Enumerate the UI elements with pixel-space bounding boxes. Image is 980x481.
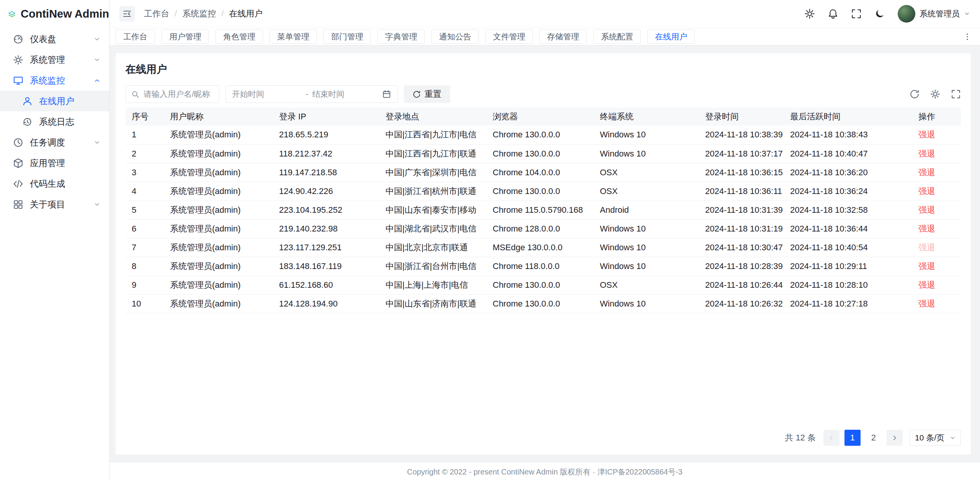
search-input[interactable] bbox=[144, 90, 214, 99]
force-logout-link[interactable]: 强退 bbox=[918, 149, 935, 158]
sidebar-item-app-management[interactable]: 应用管理 bbox=[0, 153, 109, 173]
tab-item[interactable]: 字典管理 bbox=[377, 29, 425, 44]
table-cell: 强退 bbox=[912, 163, 961, 182]
tab-item[interactable]: 在线用户 bbox=[647, 29, 695, 44]
reset-button-label: 重置 bbox=[425, 88, 441, 100]
chevron-right-icon bbox=[891, 435, 898, 441]
user-menu[interactable]: 系统管理员 bbox=[898, 5, 970, 23]
force-logout-link: 强退 bbox=[918, 243, 935, 252]
refresh-icon bbox=[413, 90, 421, 98]
table-cell: 系统管理员(admin) bbox=[164, 276, 273, 294]
sidebar-item-system-management[interactable]: 系统管理 bbox=[0, 49, 109, 70]
sidebar-item-system-log[interactable]: 系统日志 bbox=[0, 111, 109, 132]
table-cell: Chrome 104.0.0.0 bbox=[487, 163, 594, 182]
tab-item[interactable]: 系统配置 bbox=[593, 29, 641, 44]
force-logout-link[interactable]: 强退 bbox=[918, 280, 935, 290]
search-box bbox=[126, 85, 219, 103]
sidebar-item-code-generation[interactable]: 代码生成 bbox=[0, 173, 109, 194]
tab-item[interactable]: 菜单管理 bbox=[270, 29, 317, 44]
table-cell: 2024-11-18 10:36:15 bbox=[699, 163, 784, 182]
table-cell: Android bbox=[594, 201, 699, 219]
tab-item[interactable]: 通知公告 bbox=[431, 29, 479, 44]
settings-icon[interactable] bbox=[804, 8, 815, 19]
tab-item[interactable]: 文件管理 bbox=[485, 29, 533, 44]
user-name: 系统管理员 bbox=[920, 8, 960, 19]
force-logout-link[interactable]: 强退 bbox=[918, 186, 935, 196]
app-logo[interactable]: ContiNew Admin bbox=[0, 0, 109, 28]
tab-more-button[interactable] bbox=[961, 30, 974, 43]
sidebar-item-about-project[interactable]: 关于项目 bbox=[0, 194, 109, 215]
sidebar-item-online-user[interactable]: 在线用户 bbox=[0, 91, 109, 111]
force-logout-link[interactable]: 强退 bbox=[918, 130, 935, 139]
chevron-down-icon bbox=[93, 36, 101, 43]
menu-collapse-icon bbox=[122, 9, 132, 18]
tab-item[interactable]: 部门管理 bbox=[323, 29, 371, 44]
sidebar-item-dashboard[interactable]: 仪表盘 bbox=[0, 29, 109, 49]
table-row: 10系统管理员(admin)124.128.194.90中国|山东省|济南市|联… bbox=[126, 294, 961, 313]
table-cell: 2024-11-18 10:26:32 bbox=[699, 294, 784, 313]
page-number-button[interactable]: 1 bbox=[844, 430, 861, 446]
table-cell: 2024-11-18 10:36:11 bbox=[699, 182, 784, 201]
next-page-button[interactable] bbox=[887, 430, 903, 446]
date-range-picker[interactable]: 开始时间 - 结束时间 bbox=[225, 85, 398, 103]
table-cell: 223.104.195.252 bbox=[273, 201, 379, 219]
notification-bell-icon[interactable] bbox=[828, 8, 838, 19]
tab-item[interactable]: 存储管理 bbox=[539, 29, 587, 44]
tab-item[interactable]: 角色管理 bbox=[216, 29, 263, 44]
table-cell: 强退 bbox=[912, 276, 961, 294]
force-logout-link[interactable]: 强退 bbox=[918, 299, 935, 308]
breadcrumb-item[interactable]: 在线用户 bbox=[229, 8, 263, 20]
table-row: 5系统管理员(admin)223.104.195.252中国|山东省|泰安市|移… bbox=[126, 201, 961, 219]
table-cell: 系统管理员(admin) bbox=[164, 163, 273, 182]
calendar-icon bbox=[382, 90, 391, 99]
app-logo-icon bbox=[8, 6, 16, 23]
table-cell: Windows 10 bbox=[594, 219, 699, 238]
footer: Copyright © 2022 - present ContiNew Admi… bbox=[109, 463, 980, 481]
column-header: 终端系统 bbox=[594, 108, 699, 126]
force-logout-link[interactable]: 强退 bbox=[918, 224, 935, 233]
tab-item[interactable]: 用户管理 bbox=[162, 29, 209, 44]
chevron-down-icon bbox=[93, 139, 101, 146]
dark-mode-moon-icon[interactable] bbox=[874, 8, 885, 19]
page-size-select[interactable]: 10 条/页 bbox=[910, 430, 961, 446]
force-logout-link[interactable]: 强退 bbox=[918, 261, 935, 271]
table-cell: Windows 10 bbox=[594, 144, 699, 163]
table-body: 1系统管理员(admin)218.65.5.219中国|江西省|九江市|电信Ch… bbox=[126, 126, 961, 313]
chevron-down-icon bbox=[93, 201, 101, 208]
force-logout-link[interactable]: 强退 bbox=[918, 205, 935, 215]
online-users-table: 序号用户昵称登录 IP登录地点浏览器终端系统登录时间最后活跃时间操作 1系统管理… bbox=[126, 108, 961, 313]
column-header: 序号 bbox=[126, 108, 164, 126]
table-cell: 中国|北京|北京市|联通 bbox=[379, 238, 487, 257]
user-icon bbox=[22, 96, 33, 106]
table-cell: 61.152.168.60 bbox=[273, 276, 379, 294]
table-refresh-icon[interactable] bbox=[910, 89, 920, 99]
force-logout-link[interactable]: 强退 bbox=[918, 168, 935, 177]
page-number-button[interactable]: 2 bbox=[866, 430, 882, 446]
table-fullscreen-icon[interactable] bbox=[951, 89, 961, 99]
online-user-card: 在线用户 开始时间 - 结束时间 重置 bbox=[116, 53, 971, 455]
table-cell: 123.117.129.251 bbox=[273, 238, 379, 257]
table-settings-icon[interactable] bbox=[930, 89, 940, 99]
reset-button[interactable]: 重置 bbox=[404, 85, 450, 103]
menu-collapse-button[interactable] bbox=[119, 6, 135, 21]
tab-item[interactable]: 工作台 bbox=[116, 29, 155, 44]
sidebar-item-label: 代码生成 bbox=[30, 178, 65, 190]
breadcrumb-item[interactable]: 工作台 bbox=[144, 8, 169, 20]
content-area: 在线用户 开始时间 - 结束时间 重置 bbox=[109, 46, 980, 463]
table-cell: 2024-11-18 10:28:10 bbox=[784, 276, 912, 294]
sidebar-item-system-monitor[interactable]: 系统监控 bbox=[0, 70, 109, 91]
table-cell: 3 bbox=[126, 163, 164, 182]
table-cell: OSX bbox=[594, 182, 699, 201]
fullscreen-icon[interactable] bbox=[851, 8, 862, 19]
table-cell: 系统管理员(admin) bbox=[164, 144, 273, 163]
table-row: 2系统管理员(admin)118.212.37.42中国|江西省|九江市|联通C… bbox=[126, 144, 961, 163]
table-cell: 2024-11-18 10:27:18 bbox=[784, 294, 912, 313]
table-cell: 中国|山东省|济南市|联通 bbox=[379, 294, 487, 313]
search-icon bbox=[131, 90, 140, 99]
table-cell: 强退 bbox=[912, 294, 961, 313]
sidebar-item-task-scheduler[interactable]: 任务调度 bbox=[0, 132, 109, 153]
breadcrumb-item[interactable]: 系统监控 bbox=[182, 8, 216, 20]
prev-page-button[interactable] bbox=[823, 430, 840, 446]
table-cell: 中国|上海|上海市|电信 bbox=[379, 276, 487, 294]
table-cell: 中国|湖北省|武汉市|电信 bbox=[379, 219, 487, 238]
